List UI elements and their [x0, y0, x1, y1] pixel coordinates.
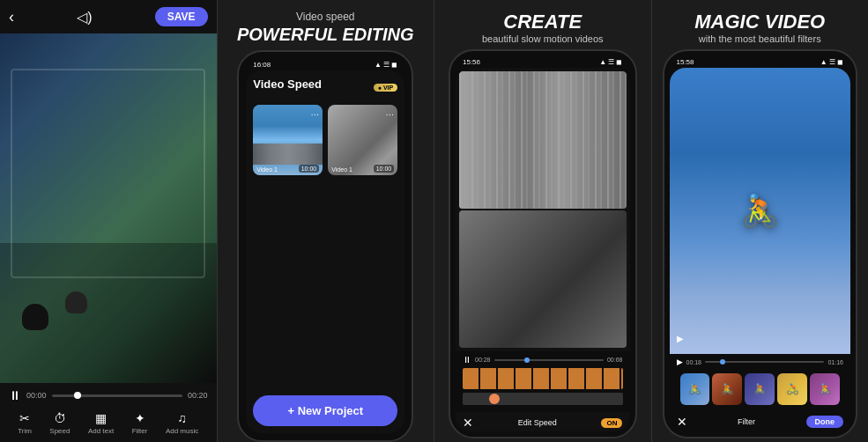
- thumbnail-2[interactable]: … Video 1 10:00: [328, 105, 397, 175]
- thumb-label-2: Video 1: [331, 166, 352, 173]
- music-label: Add music: [166, 427, 198, 435]
- panel4-title: MAGIC VIDEO: [664, 11, 857, 33]
- video-preview: [0, 33, 217, 383]
- trim-label: Trim: [18, 427, 32, 435]
- panel4-statusbar: 15:58 ▲ ☰ ◼: [670, 56, 851, 68]
- speed-icon: ⏱: [54, 411, 66, 425]
- text-tool[interactable]: ▦ Add text: [88, 411, 114, 435]
- p3-time-start: 00:28: [475, 357, 491, 363]
- filter-icon: ✦: [135, 411, 145, 425]
- panel4-screen: 🚴 ▶ ▶ 00:18 01:16 🚴 🚴: [670, 68, 851, 431]
- panel4-header: MAGIC VIDEO with the most beautiful filt…: [652, 0, 869, 49]
- filter-thumb-4[interactable]: 🚴: [777, 373, 807, 405]
- p3-speed-bar[interactable]: [463, 393, 623, 405]
- p4-signal: ▲ ☰ ◼: [820, 58, 843, 66]
- p4-close-icon[interactable]: ✕: [677, 415, 687, 429]
- cyclist-figure: 🚴: [740, 193, 780, 230]
- phone-screen: Video Speed ● VIP … Video 1 10:00 …: [246, 70, 404, 433]
- statusbar: 16:08 ▲ ☰ ◼: [246, 59, 404, 70]
- panel3-phone: 15:56 ▲ ☰ ◼ ⏸ 00:28 00:68: [449, 49, 637, 438]
- screen-title-row: Video Speed ● VIP: [253, 77, 397, 98]
- filter-label: Filter: [132, 427, 148, 435]
- p4-time-start: 00:18: [686, 359, 702, 365]
- thumb-time-1: 10:00: [299, 165, 320, 173]
- p4-progress-bar[interactable]: [705, 361, 824, 363]
- speed-tool[interactable]: ⏱ Speed: [49, 411, 70, 435]
- panel3-subtitle: beautiful slow motion videos: [447, 33, 639, 44]
- new-project-button[interactable]: + New Project: [253, 395, 397, 426]
- progress-handle[interactable]: [74, 392, 81, 399]
- car-video-row: [459, 210, 627, 348]
- save-button[interactable]: SAVE: [155, 7, 208, 26]
- p4-video-area: 🚴 ▶: [670, 68, 851, 354]
- panel2-subtitle: Video speed: [230, 11, 422, 23]
- p3-close-icon[interactable]: ✕: [463, 416, 473, 430]
- filter-thumbnails: 🚴 🚴 🚴 🚴 🚴: [677, 370, 844, 409]
- p4-time-end: 01:16: [827, 359, 843, 365]
- text-icon: ▦: [95, 411, 107, 425]
- speed-label: Speed: [49, 427, 70, 435]
- music-icon: ♫: [177, 411, 187, 425]
- panel2-header: Video speed POWERFUL EDITING: [218, 0, 434, 50]
- filter-thumb-5[interactable]: 🚴: [810, 373, 840, 405]
- thumbnail-1[interactable]: … Video 1 10:00: [253, 105, 323, 175]
- panel4-phone: 15:58 ▲ ☰ ◼ 🚴 ▶ ▶ 00:18 01:16 �: [663, 49, 858, 438]
- p4-done-button[interactable]: Done: [806, 416, 844, 428]
- p3-time-end: 00:68: [607, 357, 623, 363]
- filter-thumb-3[interactable]: 🚴: [745, 373, 775, 405]
- text-label: Add text: [88, 427, 114, 435]
- p4-time: 15:58: [677, 58, 694, 66]
- filter-thumb-1[interactable]: 🚴: [680, 373, 710, 405]
- panel-magic-video: MAGIC VIDEO with the most beautiful filt…: [652, 0, 869, 442]
- thumb-menu-2[interactable]: …: [385, 107, 394, 117]
- music-tool[interactable]: ♫ Add music: [166, 411, 198, 435]
- p4-bottom-bar: ✕ Filter Done: [670, 412, 851, 431]
- video-background: [0, 33, 217, 383]
- panel2-phone: 16:08 ▲ ☰ ◼ Video Speed ● VIP … Video 1 …: [218, 50, 434, 442]
- panel-slow-motion: CREATE beautiful slow motion videos 15:5…: [434, 0, 652, 442]
- playback-controls: ⏸ 00:00 00:20 ✂ Trim ⏱ Speed ▦ Add text …: [0, 383, 217, 442]
- panel-powerful-editing: Video speed POWERFUL EDITING 16:08 ▲ ☰ ◼…: [218, 0, 435, 442]
- p3-bottom-bar: ✕ Edit Speed ON: [456, 412, 630, 431]
- p3-progress-bar[interactable]: [494, 359, 604, 361]
- timeline[interactable]: ⏸ 00:00 00:20: [9, 388, 208, 402]
- panel3-statusbar: 15:56 ▲ ☰ ◼: [456, 56, 630, 68]
- thumb-menu-1[interactable]: …: [310, 107, 319, 117]
- p4-pause-icon[interactable]: ▶: [677, 357, 683, 366]
- thumb-label-1: Video 1: [256, 166, 278, 173]
- p4-progress-area: ▶ 00:18 01:16 🚴 🚴 🚴: [670, 354, 851, 412]
- back-icon[interactable]: ‹: [9, 8, 14, 26]
- p4-time-row: ▶ 00:18 01:16: [677, 357, 844, 366]
- p4-filter-label: Filter: [738, 417, 755, 426]
- trim-icon: ✂: [19, 411, 30, 425]
- panel3-header: CREATE beautiful slow motion videos: [434, 0, 651, 49]
- time-start: 00:00: [26, 391, 47, 400]
- p3-edit-label: Edit Speed: [518, 418, 557, 427]
- panel-video-editor: ‹ ◁) SAVE ⏸ 00:00 00:20 ✂ Trim: [0, 0, 218, 442]
- progress-bar[interactable]: [52, 394, 182, 397]
- p3-pause-icon[interactable]: ⏸: [463, 355, 471, 365]
- p3-signal: ▲ ☰ ◼: [599, 58, 622, 66]
- p3-progress-handle[interactable]: [524, 357, 530, 363]
- panel4-subtitle: with the most beautiful filters: [664, 33, 857, 44]
- statusbar-signal: ▲ ☰ ◼: [375, 61, 397, 69]
- p4-progress-handle[interactable]: [720, 359, 725, 365]
- motion-video-row: [459, 71, 627, 209]
- p3-speed-handle[interactable]: [489, 394, 500, 404]
- video-thumbnails: … Video 1 10:00 … Video 1 10:00: [253, 105, 397, 175]
- panel2-title: POWERFUL EDITING: [230, 25, 422, 45]
- p4-play-icon[interactable]: ▶: [677, 334, 684, 343]
- p3-timeline-strip[interactable]: [463, 368, 623, 389]
- p3-on-badge: ON: [601, 418, 622, 428]
- vip-badge: ● VIP: [374, 84, 397, 92]
- pause-icon[interactable]: ⏸: [9, 388, 21, 402]
- topbar: ‹ ◁) SAVE: [0, 0, 217, 33]
- trim-tool[interactable]: ✂ Trim: [18, 411, 32, 435]
- editor-toolbar: ✂ Trim ⏱ Speed ▦ Add text ✦ Filter ♫ Add…: [9, 408, 208, 437]
- filter-thumb-2[interactable]: 🚴: [712, 373, 742, 405]
- screen-title: Video Speed: [253, 77, 322, 91]
- statusbar-time: 16:08: [253, 61, 271, 69]
- thumb-time-2: 10:00: [374, 165, 395, 173]
- sound-icon[interactable]: ◁): [77, 9, 92, 26]
- filter-tool[interactable]: ✦ Filter: [132, 411, 148, 435]
